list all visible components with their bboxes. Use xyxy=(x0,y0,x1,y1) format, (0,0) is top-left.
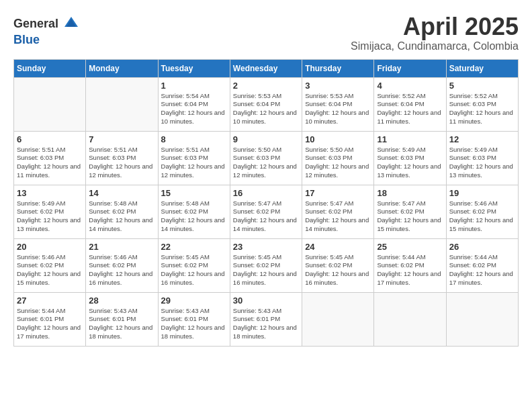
day-info: Sunrise: 5:43 AMSunset: 6:01 PMDaylight:… xyxy=(161,307,227,341)
day-info: Sunrise: 5:44 AMSunset: 6:02 PMDaylight:… xyxy=(377,253,443,287)
day-info: Sunrise: 5:51 AMSunset: 6:03 PMDaylight:… xyxy=(161,146,227,180)
calendar-week-row: 20Sunrise: 5:46 AMSunset: 6:02 PMDayligh… xyxy=(14,238,519,292)
header-saturday: Saturday xyxy=(446,59,518,77)
day-info: Sunrise: 5:50 AMSunset: 6:03 PMDaylight:… xyxy=(305,146,371,180)
day-info: Sunrise: 5:44 AMSunset: 6:02 PMDaylight:… xyxy=(449,253,515,287)
day-number: 18 xyxy=(377,188,443,198)
day-info: Sunrise: 5:49 AMSunset: 6:02 PMDaylight:… xyxy=(17,199,83,234)
table-row: 15Sunrise: 5:48 AMSunset: 6:02 PMDayligh… xyxy=(158,185,230,238)
day-number: 29 xyxy=(161,295,227,306)
day-number: 10 xyxy=(305,134,371,144)
table-row: 7Sunrise: 5:51 AMSunset: 6:03 PMDaylight… xyxy=(86,131,158,185)
table-row: 16Sunrise: 5:47 AMSunset: 6:02 PMDayligh… xyxy=(230,185,302,238)
table-row xyxy=(302,292,374,346)
day-number: 6 xyxy=(17,134,83,144)
day-number: 27 xyxy=(17,295,83,306)
day-number: 26 xyxy=(449,242,515,252)
table-row: 17Sunrise: 5:47 AMSunset: 6:02 PMDayligh… xyxy=(302,185,374,238)
page-wrapper: General Blue April 2025 Simijaca, Cundin… xyxy=(13,13,519,347)
calendar-week-row: 1Sunrise: 5:54 AMSunset: 6:04 PMDaylight… xyxy=(14,77,519,131)
day-info: Sunrise: 5:49 AMSunset: 6:03 PMDaylight:… xyxy=(449,146,515,180)
table-row: 18Sunrise: 5:47 AMSunset: 6:02 PMDayligh… xyxy=(374,185,446,238)
month-title: April 2025 xyxy=(351,13,519,40)
table-row: 4Sunrise: 5:52 AMSunset: 6:04 PMDaylight… xyxy=(374,77,446,131)
calendar-table: Sunday Monday Tuesday Wednesday Thursday… xyxy=(13,59,519,347)
table-row: 26Sunrise: 5:44 AMSunset: 6:02 PMDayligh… xyxy=(446,238,518,292)
table-row: 5Sunrise: 5:52 AMSunset: 6:03 PMDaylight… xyxy=(446,77,518,131)
table-row: 23Sunrise: 5:45 AMSunset: 6:02 PMDayligh… xyxy=(230,238,302,292)
day-number: 5 xyxy=(449,81,515,91)
header-thursday: Thursday xyxy=(302,59,374,77)
day-number: 13 xyxy=(17,188,83,198)
day-number: 21 xyxy=(89,242,154,252)
table-row xyxy=(446,292,518,346)
header-monday: Monday xyxy=(86,59,158,77)
day-info: Sunrise: 5:52 AMSunset: 6:04 PMDaylight:… xyxy=(377,92,443,126)
day-info: Sunrise: 5:47 AMSunset: 6:02 PMDaylight:… xyxy=(377,199,443,234)
day-info: Sunrise: 5:47 AMSunset: 6:02 PMDaylight:… xyxy=(233,199,299,234)
title-area: April 2025 Simijaca, Cundinamarca, Colom… xyxy=(351,13,519,52)
weekday-header-row: Sunday Monday Tuesday Wednesday Thursday… xyxy=(14,59,519,77)
header: General Blue April 2025 Simijaca, Cundin… xyxy=(13,13,519,52)
day-number: 2 xyxy=(233,81,299,91)
day-number: 3 xyxy=(305,81,371,91)
calendar-week-row: 27Sunrise: 5:44 AMSunset: 6:01 PMDayligh… xyxy=(14,292,519,346)
day-info: Sunrise: 5:48 AMSunset: 6:02 PMDaylight:… xyxy=(89,199,154,234)
day-info: Sunrise: 5:52 AMSunset: 6:03 PMDaylight:… xyxy=(449,92,515,126)
table-row: 28Sunrise: 5:43 AMSunset: 6:01 PMDayligh… xyxy=(86,292,158,346)
table-row: 12Sunrise: 5:49 AMSunset: 6:03 PMDayligh… xyxy=(446,131,518,185)
day-number: 16 xyxy=(233,188,299,198)
day-info: Sunrise: 5:46 AMSunset: 6:02 PMDaylight:… xyxy=(89,253,154,287)
day-number: 4 xyxy=(377,81,443,91)
day-number: 20 xyxy=(17,242,83,252)
table-row: 9Sunrise: 5:50 AMSunset: 6:03 PMDaylight… xyxy=(230,131,302,185)
table-row: 10Sunrise: 5:50 AMSunset: 6:03 PMDayligh… xyxy=(302,131,374,185)
day-number: 8 xyxy=(161,134,227,144)
table-row: 30Sunrise: 5:43 AMSunset: 6:01 PMDayligh… xyxy=(230,292,302,346)
day-info: Sunrise: 5:46 AMSunset: 6:02 PMDaylight:… xyxy=(449,199,515,234)
day-number: 23 xyxy=(233,242,299,252)
day-number: 9 xyxy=(233,134,299,144)
table-row xyxy=(14,77,86,131)
day-info: Sunrise: 5:46 AMSunset: 6:02 PMDaylight:… xyxy=(17,253,83,287)
day-info: Sunrise: 5:53 AMSunset: 6:04 PMDaylight:… xyxy=(305,92,371,126)
location-title: Simijaca, Cundinamarca, Colombia xyxy=(351,40,519,52)
logo-blue: Blue xyxy=(13,33,40,46)
table-row: 14Sunrise: 5:48 AMSunset: 6:02 PMDayligh… xyxy=(86,185,158,238)
table-row: 13Sunrise: 5:49 AMSunset: 6:02 PMDayligh… xyxy=(14,185,86,238)
day-info: Sunrise: 5:45 AMSunset: 6:02 PMDaylight:… xyxy=(161,253,227,287)
table-row: 25Sunrise: 5:44 AMSunset: 6:02 PMDayligh… xyxy=(374,238,446,292)
table-row: 11Sunrise: 5:49 AMSunset: 6:03 PMDayligh… xyxy=(374,131,446,185)
day-number: 24 xyxy=(305,242,371,252)
day-number: 15 xyxy=(161,188,227,198)
day-number: 30 xyxy=(233,295,299,306)
day-info: Sunrise: 5:50 AMSunset: 6:03 PMDaylight:… xyxy=(233,146,299,180)
header-sunday: Sunday xyxy=(14,59,86,77)
day-number: 11 xyxy=(377,134,443,144)
day-number: 14 xyxy=(89,188,154,198)
table-row: 24Sunrise: 5:45 AMSunset: 6:02 PMDayligh… xyxy=(302,238,374,292)
day-number: 25 xyxy=(377,242,443,252)
day-info: Sunrise: 5:51 AMSunset: 6:03 PMDaylight:… xyxy=(89,146,154,180)
day-info: Sunrise: 5:43 AMSunset: 6:01 PMDaylight:… xyxy=(233,307,299,341)
day-number: 7 xyxy=(89,134,154,144)
calendar-week-row: 6Sunrise: 5:51 AMSunset: 6:03 PMDaylight… xyxy=(14,131,519,185)
day-info: Sunrise: 5:54 AMSunset: 6:04 PMDaylight:… xyxy=(161,92,227,126)
day-info: Sunrise: 5:53 AMSunset: 6:04 PMDaylight:… xyxy=(233,92,299,126)
day-number: 12 xyxy=(449,134,515,144)
table-row: 20Sunrise: 5:46 AMSunset: 6:02 PMDayligh… xyxy=(14,238,86,292)
day-info: Sunrise: 5:51 AMSunset: 6:03 PMDaylight:… xyxy=(17,146,83,180)
logo: General Blue xyxy=(13,13,81,46)
table-row: 6Sunrise: 5:51 AMSunset: 6:03 PMDaylight… xyxy=(14,131,86,185)
logo-general: General xyxy=(13,17,58,30)
day-info: Sunrise: 5:48 AMSunset: 6:02 PMDaylight:… xyxy=(161,199,227,234)
day-number: 22 xyxy=(161,242,227,252)
calendar-week-row: 13Sunrise: 5:49 AMSunset: 6:02 PMDayligh… xyxy=(14,185,519,238)
table-row xyxy=(86,77,158,131)
day-info: Sunrise: 5:49 AMSunset: 6:03 PMDaylight:… xyxy=(377,146,443,180)
day-number: 17 xyxy=(305,188,371,198)
day-info: Sunrise: 5:43 AMSunset: 6:01 PMDaylight:… xyxy=(89,307,154,341)
day-number: 28 xyxy=(89,295,154,306)
day-info: Sunrise: 5:44 AMSunset: 6:01 PMDaylight:… xyxy=(17,307,83,341)
table-row: 19Sunrise: 5:46 AMSunset: 6:02 PMDayligh… xyxy=(446,185,518,238)
